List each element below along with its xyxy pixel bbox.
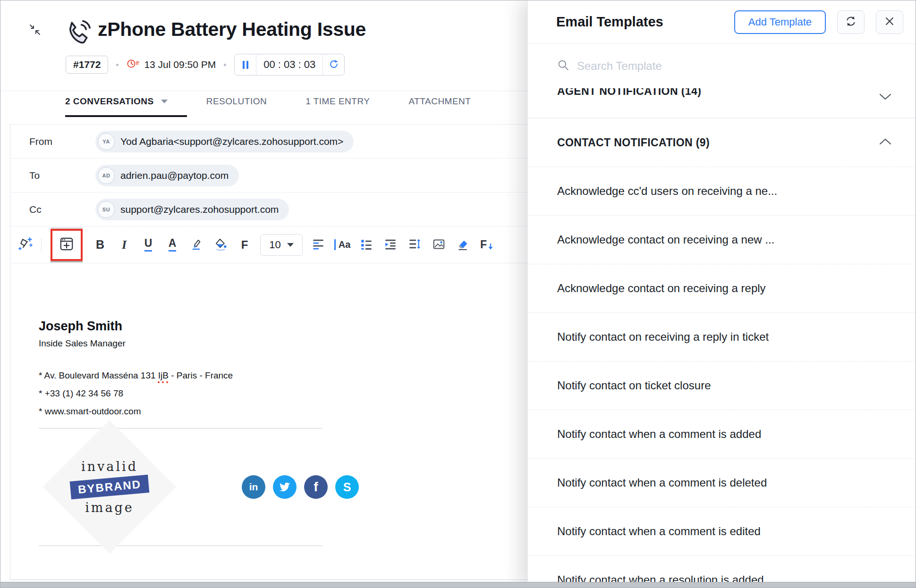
chevron-down-icon bbox=[879, 93, 892, 102]
template-item[interactable]: Notify contact when a comment is edited bbox=[528, 507, 916, 556]
font-size-select[interactable]: 10 bbox=[260, 234, 303, 256]
bullet-list-icon bbox=[360, 238, 373, 252]
skype-icon[interactable]: S bbox=[335, 475, 359, 499]
template-item[interactable]: Acknowledge cc'd users on receiving a ne… bbox=[528, 167, 916, 216]
email-body-editor[interactable]: Joseph Smith Inside Sales Manager * Av. … bbox=[10, 263, 531, 546]
collapse-view-button[interactable] bbox=[27, 22, 43, 38]
tab-label: 1 TIME ENTRY bbox=[305, 96, 370, 107]
font-color-button[interactable]: A bbox=[164, 235, 181, 255]
avatar: YA bbox=[98, 133, 115, 150]
highlight-annotation-box bbox=[51, 229, 83, 261]
linkedin-icon[interactable]: in bbox=[242, 475, 265, 499]
timer-reset-button[interactable] bbox=[322, 54, 344, 75]
to-label: To bbox=[29, 170, 95, 181]
refresh-icon bbox=[844, 15, 857, 29]
signature-address: * Av. Boulevard Masséna 131 IjB - Paris … bbox=[39, 370, 531, 381]
indent-button[interactable] bbox=[382, 235, 399, 255]
active-tab-underline bbox=[65, 115, 187, 117]
tab-attachment[interactable]: ATTACHMENT bbox=[408, 96, 471, 107]
cc-address: support@zylcares.zohosupport.com bbox=[120, 204, 279, 215]
template-item[interactable]: Acknowledge contact on receiving a new .… bbox=[528, 216, 916, 264]
refresh-icon bbox=[329, 59, 339, 71]
horizontal-scrollbar[interactable] bbox=[0, 582, 916, 588]
tab-label: 2 CONVERSATIONS bbox=[65, 96, 154, 107]
align-lines-icon bbox=[312, 238, 324, 252]
phone-channel-icon bbox=[63, 18, 93, 49]
overdue-clock-icon bbox=[127, 58, 140, 72]
tab-conversations[interactable]: 2 CONVERSATIONS bbox=[65, 96, 168, 107]
twitter-icon[interactable] bbox=[273, 475, 297, 499]
tab-resolution[interactable]: RESOLUTION bbox=[206, 96, 267, 107]
timer-value: 00 : 03 : 03 bbox=[256, 54, 322, 75]
line-spacing-icon bbox=[408, 238, 421, 252]
signature-divider-bottom bbox=[39, 546, 322, 546]
close-panel-button[interactable] bbox=[876, 10, 903, 34]
template-item[interactable]: Notify contact on receiving a reply in t… bbox=[528, 313, 916, 361]
to-address-pill[interactable]: AD adrien.pau@paytop.com bbox=[95, 165, 239, 186]
collapse-arrows-icon bbox=[28, 23, 42, 38]
close-icon bbox=[884, 16, 895, 28]
text-case-button[interactable]: Aa bbox=[334, 235, 351, 255]
editor-toolbar: B I U A bbox=[10, 227, 531, 263]
signature-role: Inside Sales Manager bbox=[39, 338, 531, 349]
bold-button[interactable]: B bbox=[92, 235, 109, 255]
clear-format-button[interactable]: F bbox=[478, 235, 495, 255]
placeholder-word-top: invalid bbox=[81, 459, 138, 474]
email-compose-card: From YA Yod Agbaria<support@zylcares.zoh… bbox=[10, 124, 531, 580]
ai-assistant-button[interactable] bbox=[17, 235, 34, 255]
window-plus-icon bbox=[58, 235, 75, 254]
template-item[interactable]: Notify contact when a comment is added bbox=[528, 410, 916, 459]
ticket-due-date: 13 Jul 09:50 PM bbox=[127, 58, 216, 72]
ticket-timer: 00 : 03 : 03 bbox=[234, 54, 345, 76]
template-item[interactable]: Notify contact when a comment is deleted bbox=[528, 459, 916, 507]
search-template-input[interactable] bbox=[577, 59, 785, 73]
cc-address-pill[interactable]: SU support@zylcares.zohosupport.com bbox=[95, 199, 289, 220]
ticket-id-badge: #1772 bbox=[66, 56, 108, 74]
signature-media-row: invalid BYBRAND image in f S bbox=[39, 428, 369, 546]
signature-website: * www.smart-outdoor.com bbox=[39, 406, 531, 417]
insert-image-button[interactable] bbox=[430, 235, 447, 255]
tab-label: RESOLUTION bbox=[206, 96, 267, 107]
highlight-color-button[interactable] bbox=[188, 235, 205, 255]
from-address-pill[interactable]: YA Yod Agbaria<support@zylcares.zohosupp… bbox=[95, 131, 354, 152]
broken-image-placeholder: invalid BYBRAND image bbox=[39, 428, 180, 546]
bybrand-banner: BYBRAND bbox=[70, 475, 150, 499]
avatar: AD bbox=[98, 167, 115, 184]
template-item[interactable]: Notify contact when a resolution is adde… bbox=[528, 556, 916, 582]
italic-button[interactable]: I bbox=[116, 235, 133, 255]
facebook-icon[interactable]: f bbox=[304, 475, 328, 499]
template-item[interactable]: Notify contact on ticket closure bbox=[528, 361, 916, 410]
font-family-button[interactable]: F bbox=[236, 235, 253, 255]
font-size-value: 10 bbox=[269, 239, 280, 251]
section-contact-notification[interactable]: CONTACT NOTIFICATION (9) bbox=[528, 118, 916, 167]
dot-separator bbox=[116, 64, 119, 66]
underline-button[interactable]: U bbox=[140, 235, 157, 255]
section-agent-notification[interactable]: AGENT NOTIFICATION (14) bbox=[528, 88, 916, 118]
signature-phone: * +33 (1) 42 34 56 78 bbox=[39, 388, 531, 399]
add-template-button[interactable]: Add Template bbox=[734, 10, 826, 34]
panel-title: Email Templates bbox=[556, 14, 663, 30]
highlighter-pen-icon bbox=[190, 238, 203, 252]
address-prefix: * Av. Boulevard Masséna 131 bbox=[39, 370, 158, 380]
ticket-tabs: 2 CONVERSATIONS RESOLUTION 1 TIME ENTRY … bbox=[65, 96, 471, 107]
to-field-row: To AD adrien.pau@paytop.com bbox=[10, 159, 531, 193]
bullet-list-button[interactable] bbox=[358, 235, 375, 255]
insert-template-button[interactable] bbox=[58, 235, 75, 255]
tab-label: ATTACHMENT bbox=[408, 96, 471, 107]
cc-field-row: Cc SU support@zylcares.zohosupport.com bbox=[10, 193, 531, 227]
text-case-glyph: Aa bbox=[334, 239, 351, 250]
template-item[interactable]: Acknowledge contact on receiving a reply bbox=[528, 264, 916, 313]
search-icon bbox=[557, 59, 569, 73]
tab-time-entry[interactable]: 1 TIME ENTRY bbox=[305, 96, 370, 107]
fill-color-button[interactable] bbox=[212, 235, 229, 255]
indent-icon bbox=[384, 238, 397, 252]
eraser-button[interactable] bbox=[454, 235, 471, 255]
line-spacing-button[interactable] bbox=[406, 235, 423, 255]
timer-pause-button[interactable] bbox=[235, 54, 256, 75]
refresh-templates-button[interactable] bbox=[837, 10, 865, 34]
placeholder-text: invalid BYBRAND image bbox=[39, 428, 180, 546]
font-color-glyph: A bbox=[169, 238, 177, 252]
align-button[interactable] bbox=[310, 235, 327, 255]
chevron-up-icon bbox=[879, 138, 892, 147]
ticket-meta-row: #1772 13 Jul 09:50 PM 00 : 03 : 03 bbox=[66, 53, 345, 76]
